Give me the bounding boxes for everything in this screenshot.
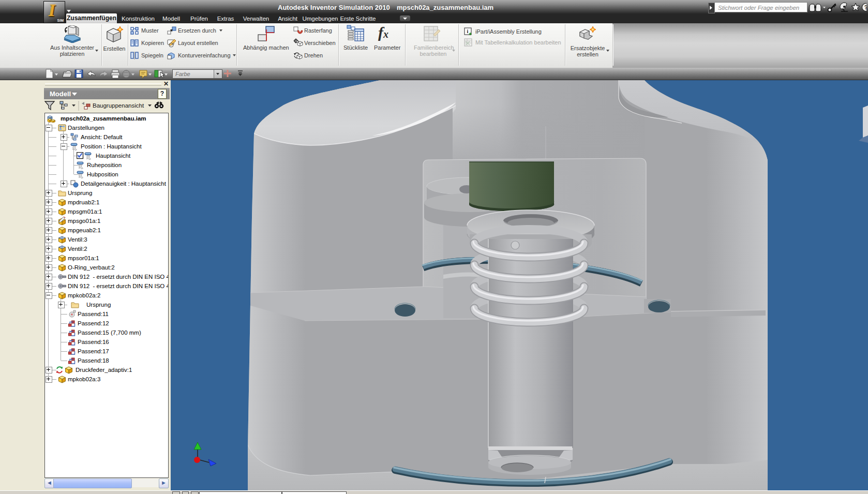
svg-text:i: i	[467, 28, 469, 34]
svg-text:?: ?	[864, 4, 866, 10]
svg-text:Baugruppenansicht: Baugruppenansicht	[93, 102, 144, 109]
